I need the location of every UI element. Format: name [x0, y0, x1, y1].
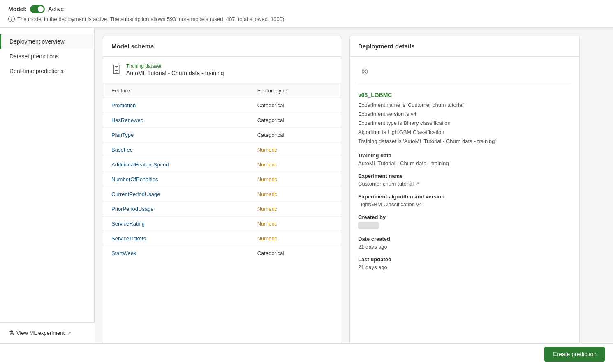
model-info-line: Algorithm is LightGBM Classification [358, 128, 571, 137]
model-version: v03_LGBMC [358, 92, 571, 98]
view-ml-label: View ML experiment [16, 330, 65, 336]
feature-type-cell: Categorical [249, 128, 341, 143]
octagon-icon: ⊗ [358, 65, 371, 78]
table-row: PriorPeriodUsageNumeric [103, 202, 341, 217]
detail-sections: Training dataAutoML Tutorial - Churn dat… [358, 152, 571, 270]
sidebar-item-dataset-predictions[interactable]: Dataset predictions [0, 49, 94, 64]
feature-name-cell: StartWeek [103, 246, 249, 261]
detail-section: Created by [358, 214, 571, 229]
feature-name-cell: NumberOfPenalties [103, 172, 249, 187]
details-panel: Deployment details ⊗ v03_LGBMC Experimen… [349, 36, 580, 355]
feature-name-cell: ServiceRating [103, 217, 249, 231]
flask-icon: ⚗ [8, 329, 14, 337]
feature-name-cell: ServiceTickets [103, 231, 249, 246]
main-layout: Deployment overview Dataset predictions … [0, 28, 613, 363]
training-dataset-label: Training dataset [126, 63, 224, 69]
feature-type-cell: Numeric [249, 172, 341, 187]
detail-label: Created by [358, 214, 571, 220]
detail-value: 21 days ago [358, 264, 571, 270]
feature-type-cell: Numeric [249, 202, 341, 217]
feature-name-cell: AdditionalFeatureSpend [103, 157, 249, 172]
training-dataset-info: Training dataset AutoML Tutorial - Churn… [126, 63, 224, 76]
col-header-feature-type: Feature type [249, 83, 341, 98]
external-link-icon: ↗ [67, 330, 71, 336]
table-row: ServiceRatingNumeric [103, 217, 341, 231]
sidebar-item-real-time-predictions[interactable]: Real-time predictions [0, 64, 94, 78]
detail-value: AutoML Tutorial - Churn data - training [358, 160, 571, 166]
model-info-line: Experiment version is v4 [358, 110, 571, 119]
feature-type-cell: Numeric [249, 187, 341, 202]
database-icon: 🗄 [111, 64, 121, 76]
feature-type-cell: Numeric [249, 143, 341, 157]
sidebar-footer: ⚗ View ML experiment ↗ [0, 322, 95, 343]
training-dataset-section: 🗄 Training dataset AutoML Tutorial - Chu… [103, 57, 341, 83]
feature-type-cell: Numeric [249, 231, 341, 246]
details-panel-header: Deployment details [350, 36, 579, 57]
detail-section: Date created21 days ago [358, 236, 571, 250]
table-row: PromotionCategorical [103, 98, 341, 113]
feature-name-cell: PriorPeriodUsage [103, 202, 249, 217]
feature-type-cell: Numeric [249, 157, 341, 172]
table-row: StartWeekCategorical [103, 246, 341, 261]
table-row: CurrentPeriodUsageNumeric [103, 187, 341, 202]
model-version-section: v03_LGBMC Experiment name is 'Customer c… [358, 92, 571, 146]
table-row: HasRenewedCategorical [103, 113, 341, 128]
sidebar-item-deployment-overview[interactable]: Deployment overview [0, 34, 94, 49]
detail-value: 21 days ago [358, 244, 571, 250]
feature-name-cell: CurrentPeriodUsage [103, 187, 249, 202]
detail-label: Last updated [358, 256, 571, 263]
info-bar: i The model in the deployment is active.… [8, 16, 605, 22]
model-toggle[interactable] [30, 5, 45, 13]
table-row: NumberOfPenaltiesNumeric [103, 172, 341, 187]
feature-name-cell: PlanType [103, 128, 249, 143]
schema-panel-header: Model schema [103, 36, 341, 57]
col-header-feature: Feature [103, 83, 249, 98]
details-body: ⊗ v03_LGBMC Experiment name is 'Customer… [350, 57, 579, 285]
detail-label: Experiment name [358, 173, 571, 179]
model-info-line: Training dataset is 'AutoML Tutorial - C… [358, 137, 571, 146]
model-icon-section: ⊗ [358, 65, 571, 85]
detail-label: Experiment algorithm and version [358, 194, 571, 200]
detail-section: Last updated21 days ago [358, 256, 571, 270]
detail-section: Experiment algorithm and versionLightGBM… [358, 194, 571, 207]
detail-section: Training dataAutoML Tutorial - Churn dat… [358, 152, 571, 166]
feature-type-cell: Categorical [249, 113, 341, 128]
feature-name-cell: Promotion [103, 98, 249, 113]
create-prediction-button[interactable]: Create prediction [544, 347, 605, 362]
schema-table: Feature Feature type PromotionCategorica… [103, 83, 341, 260]
model-label: Model: [8, 6, 27, 12]
detail-value-link: Customer churn tutorial↗ [358, 181, 571, 187]
view-ml-experiment-link[interactable]: ⚗ View ML experiment ↗ [8, 329, 86, 337]
sidebar: Deployment overview Dataset predictions … [0, 28, 95, 363]
detail-label: Date created [358, 236, 571, 242]
table-row: PlanTypeCategorical [103, 128, 341, 143]
model-info-line: Experiment type is Binary classification [358, 119, 571, 128]
avatar [358, 222, 379, 229]
external-link-icon[interactable]: ↗ [415, 181, 419, 187]
content-area: Model schema 🗄 Training dataset AutoML T… [95, 28, 613, 363]
table-row: AdditionalFeatureSpendNumeric [103, 157, 341, 172]
feature-type-cell: Categorical [249, 246, 341, 261]
feature-type-cell: Numeric [249, 217, 341, 231]
detail-value: Customer churn tutorial [358, 181, 414, 187]
detail-section: Experiment nameCustomer churn tutorial↗ [358, 173, 571, 187]
feature-name-cell: HasRenewed [103, 113, 249, 128]
model-info-line: Experiment name is 'Customer churn tutor… [358, 101, 571, 110]
detail-value: LightGBM Classification v4 [358, 201, 571, 207]
top-bar: Model: Active i The model in the deploym… [0, 0, 613, 28]
info-icon: i [8, 16, 15, 22]
model-status: Model: Active [8, 5, 605, 13]
model-info-lines: Experiment name is 'Customer churn tutor… [358, 101, 571, 146]
feature-type-cell: Categorical [249, 98, 341, 113]
schema-panel: Model schema 🗄 Training dataset AutoML T… [103, 36, 341, 355]
active-label: Active [48, 6, 64, 12]
feature-name-cell: BaseFee [103, 143, 249, 157]
bottom-bar: Create prediction [0, 343, 613, 363]
training-dataset-name: AutoML Tutorial - Churn data - training [126, 70, 224, 76]
detail-label: Training data [358, 152, 571, 159]
table-row: BaseFeeNumeric [103, 143, 341, 157]
info-text: The model in the deployment is active. T… [17, 16, 286, 22]
table-row: ServiceTicketsNumeric [103, 231, 341, 246]
